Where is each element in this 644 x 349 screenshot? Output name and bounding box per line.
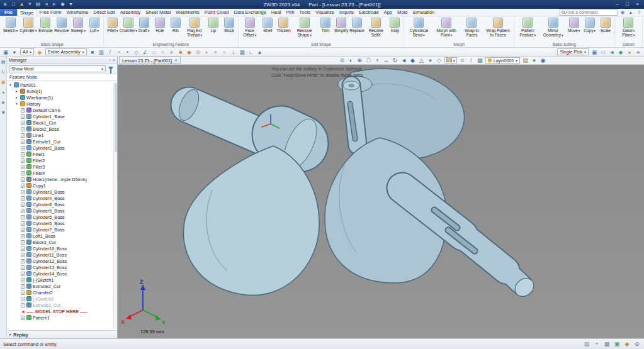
tree-item-cylinder6-boss[interactable]: ✓Cylinder6_Boss xyxy=(7,220,117,226)
pick-box-icon[interactable]: □ xyxy=(150,48,158,56)
crankshaft-model[interactable] xyxy=(175,69,538,300)
new-file-icon[interactable]: □ xyxy=(10,1,17,8)
shade-mode-icon[interactable]: ● xyxy=(427,57,434,64)
tree-item-extrude3-cut[interactable]: ✓Extrude3_Cut xyxy=(7,302,117,308)
wireframe-mode-icon[interactable]: ◇ xyxy=(436,57,443,64)
pick-mode-select[interactable]: Single Pick xyxy=(557,48,589,55)
document-tab[interactable]: Lesson 23.Z3 - [Part001] × xyxy=(119,57,181,64)
menu-shape[interactable]: Shape xyxy=(17,9,37,16)
close-panel-icon[interactable]: × xyxy=(113,57,115,63)
menu-tools[interactable]: Tools xyxy=(297,9,314,16)
snap-center-icon[interactable]: ⊙ xyxy=(195,48,202,56)
view-lock-icon[interactable]: ⊙ xyxy=(633,341,641,347)
tree-item-extrude1-cut[interactable]: ✓Extrude1_Cut xyxy=(7,138,117,145)
snap-status-icon[interactable]: ▦ xyxy=(603,341,611,347)
display-mode-icon[interactable]: ◐ xyxy=(347,57,354,64)
dropdown-arrow-icon[interactable]: ▾ xyxy=(579,29,580,33)
message-log-icon[interactable]: ▤ xyxy=(583,341,590,347)
menu-electrode[interactable]: Electrode xyxy=(356,9,381,16)
grid-toggle-icon[interactable]: ▣ xyxy=(613,341,621,347)
cursor-coords-icon[interactable]: + xyxy=(593,341,601,347)
scope-icon[interactable]: ◆ xyxy=(36,48,43,56)
tree-item-cylinder8-boss[interactable]: ✓Cylinder8_Boss xyxy=(7,201,117,208)
render-settings-icon[interactable]: ● xyxy=(531,57,538,64)
expander-icon[interactable]: ▸ xyxy=(14,89,19,93)
tree-item-fillet1[interactable]: ✓Fillet1 xyxy=(7,151,117,157)
morph-with-point-button[interactable]: Morph with Point▾ xyxy=(432,17,460,38)
feature-checkbox[interactable]: ✓ xyxy=(21,228,25,232)
feature-checkbox[interactable]: ✓ xyxy=(21,215,25,219)
face-color-dropdown[interactable] xyxy=(444,57,457,64)
tree-item-wireframe-1[interactable]: ▸Wireframe(1) xyxy=(7,94,117,101)
filter-dropdown-icon[interactable]: ▾ xyxy=(11,48,18,56)
dropdown-arrow-icon[interactable]: ▾ xyxy=(310,33,312,37)
invert-selection-icon[interactable]: ◆ xyxy=(617,48,624,56)
maximize-button[interactable]: □ xyxy=(623,1,632,8)
history-tab-icon[interactable]: ↻ xyxy=(1,70,5,74)
zoom-window-icon[interactable]: □ xyxy=(365,57,372,64)
tree-item-cylinder12-boss[interactable]: ✓Cylinder12_Boss xyxy=(7,258,117,264)
dropdown-arrow-icon[interactable]: ▾ xyxy=(450,33,452,37)
tree-item-loft1-boss[interactable]: ✓Loft1_Boss xyxy=(7,233,117,239)
feature-checkbox[interactable]: ✓ xyxy=(21,291,25,295)
tree-item-sketch1[interactable]: ✓(-)Sketch1 xyxy=(7,277,117,283)
ortho-mode-icon[interactable]: ∟ xyxy=(247,48,255,56)
feature-checkbox[interactable]: ✓ xyxy=(21,177,25,182)
feature-checkbox[interactable]: ✓ xyxy=(21,253,25,257)
feature-checkbox[interactable]: ✓ xyxy=(21,196,25,201)
undo-icon[interactable]: ◄ xyxy=(43,1,50,8)
menu-free-form[interactable]: Free Form xyxy=(37,9,64,16)
standard-views-icon[interactable]: ◆ xyxy=(409,57,416,64)
tree-item-fillet2[interactable]: ✓Fillet2 xyxy=(7,157,117,163)
dropdown-arrow-icon[interactable]: ▾ xyxy=(423,33,425,37)
grid-display-icon[interactable]: ▦ xyxy=(477,57,483,64)
face-offset-button[interactable]: Face Offset▾ xyxy=(240,17,259,38)
filter-shape-icon[interactable]: ■ xyxy=(89,48,96,56)
view-info-icon[interactable]: ◉ xyxy=(539,57,546,64)
role-tab-icon[interactable]: ◆ xyxy=(1,100,4,104)
menu-visualize[interactable]: Visualize xyxy=(313,9,337,16)
sweep-button[interactable]: Sweep▾ xyxy=(70,17,86,33)
dropdown-arrow-icon[interactable]: ▾ xyxy=(116,29,118,33)
dropdown-arrow-icon[interactable]: ▾ xyxy=(16,29,18,33)
feature-checkbox[interactable]: ✓ xyxy=(21,284,25,289)
stock-button[interactable]: Stock xyxy=(222,17,237,33)
zoom-in-out-icon[interactable]: + xyxy=(374,57,381,64)
tree-item-cylinder13-boss[interactable]: ✓Cylinder13_Boss xyxy=(7,264,117,270)
snap-perpendicular-icon[interactable]: ⊥ xyxy=(230,48,237,56)
tree-item-part001[interactable]: ▾Part001 xyxy=(7,82,117,88)
menu-data-exchange[interactable]: Data Exchange xyxy=(232,9,269,16)
feature-checkbox[interactable]: ✓ xyxy=(21,303,25,307)
resolve-selfx-button[interactable]: Resolve SelfX xyxy=(365,17,387,38)
feature-checkbox[interactable]: ✓ xyxy=(21,209,25,213)
tree-item-cylinder4-boss[interactable]: ✓Cylinder4_Boss xyxy=(7,195,117,201)
replay-bar[interactable]: Replay xyxy=(7,330,117,338)
wrap-pattern-to-faces-button[interactable]: Wrap Pattern to Faces xyxy=(483,17,512,38)
dropdown-arrow-icon[interactable]: ▾ xyxy=(35,29,37,33)
tree-item-hole1-gene-mple-d5mm[interactable]: ✓Hole1(Gene...mple D5mm) xyxy=(7,176,117,182)
dropdown-arrow-icon[interactable]: ▾ xyxy=(84,29,86,33)
snap-mid-icon[interactable]: ◆ xyxy=(186,48,193,56)
tree-item-chamfer2[interactable]: ✓Chamfer2 xyxy=(7,289,117,296)
help-icon[interactable]: ? xyxy=(636,9,642,16)
filter-funnel-icon[interactable] xyxy=(108,67,113,70)
pick-lasso-icon[interactable]: ○ xyxy=(159,48,167,56)
flag-ext-thread-button[interactable]: Flag Ext Thread▾ xyxy=(184,17,205,38)
customize-quick-access-icon[interactable]: ▾ xyxy=(67,1,74,8)
visual-manager-tab-icon[interactable]: ● xyxy=(2,90,4,94)
wrap-to-faces-button[interactable]: Wrap to Faces xyxy=(461,17,483,38)
expander-icon[interactable]: ▸ xyxy=(14,96,19,99)
revolve-button[interactable]: Revolve xyxy=(54,17,69,33)
snap-tangent-icon[interactable]: ○ xyxy=(221,48,229,56)
inlay-button[interactable]: Inlay xyxy=(387,17,402,33)
cylinder-button[interactable]: Cylinder▾ xyxy=(19,17,37,33)
feature-checkbox[interactable]: ✓ xyxy=(21,108,25,113)
filter-datum-icon[interactable]: ◇ xyxy=(133,48,140,56)
feature-checkbox[interactable]: ✓ xyxy=(21,152,25,157)
menu-point-cloud[interactable]: Point Cloud xyxy=(202,9,232,16)
rotate-view-icon[interactable]: ↻ xyxy=(392,57,398,64)
tree-item-cylinder11-boss[interactable]: ✓Cylinder11_Boss xyxy=(7,252,117,258)
feature-checkbox[interactable]: ✓ xyxy=(21,184,25,188)
feature-checkbox[interactable]: ✓ xyxy=(21,234,25,238)
mirror-geometry-button[interactable]: Mirror Geometry▾ xyxy=(541,17,566,38)
